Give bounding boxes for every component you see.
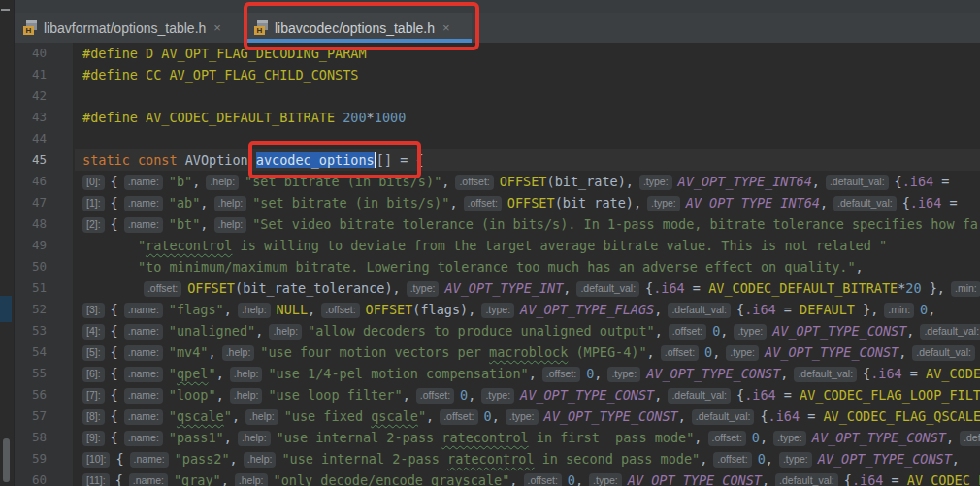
inlay-hint: .name:	[124, 409, 163, 425]
code-segment: "flags"	[169, 302, 224, 317]
inlay-hint: .offset:	[542, 367, 580, 382]
line-number[interactable]: 54	[15, 341, 47, 363]
gutter[interactable]: 4041424344454647484950515253545556575859…	[15, 43, 74, 486]
line-number[interactable]: 58	[15, 427, 47, 448]
code-line[interactable]: #define D AV_OPT_FLAG_DECODING_PARAM	[75, 43, 980, 64]
line-number[interactable]: 44	[15, 128, 47, 149]
code-segment: [] = {	[376, 152, 424, 168]
line-number[interactable]: 43	[15, 107, 47, 128]
inlay-hint: [4]:	[82, 324, 105, 340]
code-line[interactable]: #define CC AV_OPT_FLAG_CHILD_CONSTS	[75, 64, 980, 85]
code-segment: {	[844, 472, 852, 486]
left-toolwindow-stripe[interactable]	[0, 0, 15, 486]
code-line[interactable]: [10]:{.name:"pass2",.help:"use internal …	[75, 448, 980, 470]
code-segment: =	[902, 366, 926, 381]
code-segment: AV_CODEC_FLAG_QPEL	[926, 366, 980, 381]
line-number[interactable]: 45	[15, 149, 47, 171]
code-line[interactable]: [7]:{.name:"loop",.help:"use loop filter…	[75, 384, 980, 405]
code-line[interactable]: [9]:{.name:"pass1",.help:"use internal 2…	[75, 427, 980, 448]
tab-libavcodec-options-table[interactable]: H libavcodec/options_table.h ×	[245, 13, 472, 43]
code-line[interactable]: [5]:{.name:"mv4",.help:"use four motion …	[75, 341, 980, 363]
inlay-hint: .name:	[124, 367, 163, 382]
line-number[interactable]: 47	[15, 192, 47, 213]
stripe-scrollbar-thumb[interactable]	[3, 438, 10, 482]
inlay-hint: .name:	[130, 452, 169, 468]
inlay-hint: .default_val:	[576, 281, 639, 297]
code-line[interactable]: [6]:{.name:"qpel",.help:"use 1/4-pel mot…	[75, 363, 980, 384]
code-segment: qpel	[177, 366, 209, 381]
code-line[interactable]: [4]:{.name:"unaligned",.help:"allow deco…	[75, 320, 980, 341]
code-line[interactable]: "to minimum/maximum bitrate. Lowering to…	[75, 256, 980, 277]
code-line[interactable]: .offset:OFFSET(bit_rate_tolerance),.type…	[75, 277, 980, 299]
line-number[interactable]: 50	[15, 256, 47, 277]
code-segment: "loop"	[169, 387, 216, 403]
line-number[interactable]: 60	[15, 470, 47, 486]
code-segment: AV_OPT_TYPE_INT64	[678, 174, 812, 189]
code-segment: ,	[906, 323, 914, 339]
code-line[interactable]	[75, 128, 980, 149]
code-line[interactable]: static const AVOption avcodec_options[] …	[75, 149, 980, 171]
line-number[interactable]: 53	[15, 320, 47, 341]
inlay-hint: [0]:	[82, 175, 105, 190]
line-number[interactable]: 41	[15, 64, 47, 85]
code-segment: in second pass mode"	[535, 451, 701, 467]
code-segment: AV_OPT_TYPE_CONST	[544, 408, 678, 424]
code-segment: {	[895, 174, 902, 189]
code-segment: (MPEG-4)"	[568, 344, 646, 360]
code-area[interactable]: #define D AV_OPT_FLAG_DECODING_PARAM#def…	[75, 43, 980, 486]
code-segment: =	[800, 408, 823, 424]
line-number[interactable]: 48	[15, 213, 47, 235]
code-line[interactable]: [1]:{.name:"ab",.help:"set bitrate (in b…	[75, 192, 980, 213]
code-line[interactable]: [8]:{.name:"qscale",.help:"use fixed qsc…	[75, 405, 980, 427]
code-segment: {	[115, 472, 123, 486]
code-line[interactable]: #define AV_CODEC_DEFAULT_BITRATE 200*100…	[75, 107, 980, 128]
line-number[interactable]: 40	[15, 43, 47, 64]
code-segment: 0	[568, 472, 575, 486]
line-number[interactable]: 59	[15, 448, 47, 470]
line-number[interactable]: 55	[15, 363, 47, 384]
tab-libavformat-options-table[interactable]: H libavformat/options_table.h ×	[15, 13, 245, 43]
code-segment: 20	[905, 280, 921, 296]
inlay-hint: .help:	[245, 409, 278, 425]
code-segment: #define CC AV_OPT_FLAG_CHILD_CONSTS	[82, 67, 358, 82]
code-segment: ,	[232, 408, 240, 424]
code-segment: ,	[492, 408, 500, 424]
line-number[interactable]: 46	[15, 171, 47, 192]
active-tab-underline	[245, 39, 472, 43]
line-number[interactable]: 56	[15, 384, 47, 405]
code-line[interactable]: [11]:{.name:"gray",.help:"only decode/en…	[75, 470, 980, 486]
line-number[interactable]: 51	[15, 277, 47, 299]
inlay-hint: .name:	[129, 473, 168, 486]
code-segment: (flags),	[412, 302, 475, 317]
inlay-hint: .offset:	[321, 303, 359, 318]
code-segment: (bit_rate),	[547, 174, 634, 189]
close-tab-icon[interactable]: ×	[442, 20, 450, 35]
code-segment: 0	[758, 451, 766, 467]
code-segment: =	[883, 472, 906, 486]
code-line[interactable]: [3]:{.name:"flags",.help:NULL,.offset:OF…	[75, 299, 980, 320]
code-line[interactable]: "ratecontrol is willing to deviate from …	[75, 235, 980, 256]
line-number[interactable]: 49	[15, 235, 47, 256]
code-segment: AV_OPT_TYPE_INT64	[686, 195, 820, 211]
close-tab-icon[interactable]: ×	[213, 20, 221, 35]
code-line[interactable]: [0]:{.name:"b",.help:"set bitrate (in bi…	[75, 171, 980, 192]
line-number[interactable]: 57	[15, 405, 47, 427]
inlay-hint: [9]:	[82, 431, 105, 446]
inlay-hint: .help:	[206, 175, 239, 190]
inlay-hint: .help:	[235, 473, 268, 486]
code-segment: {	[111, 302, 118, 317]
code-segment: AV_OPT_TYPE_CONST	[520, 387, 654, 403]
line-number[interactable]: 52	[15, 299, 47, 320]
code-segment: AV_OPT_TYPE_CONST	[646, 366, 780, 381]
tab-label: libavformat/options_table.h	[44, 20, 206, 36]
editor-tab-row: H libavformat/options_table.h × H libavc…	[15, 13, 980, 43]
code-segment: ,	[449, 195, 457, 211]
code-line[interactable]	[75, 85, 980, 107]
line-number[interactable]: 42	[15, 85, 47, 107]
code-segment: .i64	[744, 302, 776, 317]
inlay-hint: .name:	[124, 324, 163, 340]
code-segment: ,	[216, 366, 224, 381]
code-line[interactable]: [2]:{.name:"bt",.help:"Set video bitrate…	[75, 213, 980, 235]
inlay-hint: [1]:	[82, 196, 105, 211]
code-segment: static const	[82, 152, 185, 168]
